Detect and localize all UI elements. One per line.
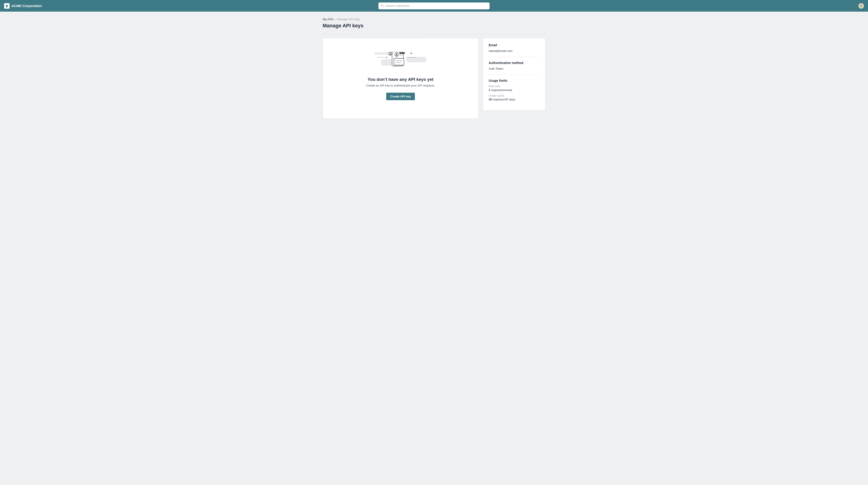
page-title: Manage API keys	[323, 23, 545, 29]
avatar[interactable]: R	[859, 3, 864, 9]
svg-rect-4	[406, 57, 427, 62]
divider	[323, 34, 545, 34]
breadcrumb-parent[interactable]: My APIs	[323, 18, 334, 21]
email-value: name@email.com	[489, 49, 540, 53]
svg-rect-17	[395, 62, 401, 63]
rate-limit-label: Rate limit	[489, 85, 540, 88]
page-container: My APIs › Manage API keys Manage API key…	[323, 11, 545, 128]
email-section: Email name@email.com	[489, 43, 540, 57]
svg-point-18	[411, 53, 412, 54]
search-input[interactable]	[385, 4, 487, 7]
search-container	[378, 2, 490, 9]
empty-state-title: You don’t have any API keys yet	[368, 77, 433, 82]
empty-state-card: You don’t have any API keys yet Create a…	[323, 38, 478, 119]
search-icon	[381, 4, 384, 8]
breadcrumb: My APIs › Manage API keys	[323, 18, 545, 21]
auth-heading: Authentication method	[489, 61, 540, 65]
content-columns: You don’t have any API keys yet Create a…	[323, 38, 545, 119]
svg-rect-16	[395, 60, 403, 61]
auth-section: Authentication method Auth Token	[489, 57, 540, 74]
svg-point-0	[381, 5, 383, 6]
svg-marker-6	[386, 57, 388, 58]
quota-value: 30 requests/30 days	[489, 98, 540, 101]
chevron-right-icon: ›	[335, 18, 336, 21]
auth-value: Auth Token	[489, 67, 540, 70]
svg-line-1	[383, 6, 383, 7]
empty-state-illustration-icon	[374, 52, 427, 70]
svg-point-10	[390, 53, 391, 54]
info-sidebar: Email name@email.com Authentication meth…	[483, 38, 545, 111]
top-bar: ACME Corporation R	[0, 0, 868, 11]
brand-logo-icon	[4, 3, 9, 9]
svg-rect-13	[399, 52, 405, 54]
empty-state-subtitle: Create an API key to authenticate your A…	[366, 84, 435, 87]
quota-label: Usage quota	[489, 94, 540, 97]
search-box[interactable]	[378, 2, 490, 9]
brand[interactable]: ACME Corporation	[4, 3, 42, 9]
svg-rect-14	[399, 54, 403, 55]
email-heading: Email	[489, 43, 540, 47]
usage-heading: Usage limits	[489, 79, 540, 83]
usage-section: Usage limits Rate limit 1 requests/minut…	[489, 74, 540, 105]
svg-point-12	[396, 54, 397, 55]
create-api-key-button[interactable]: Create API key	[386, 93, 415, 100]
breadcrumb-current: Manage API keys	[337, 18, 360, 21]
rate-limit-value: 1 requests/minute	[489, 88, 540, 92]
svg-rect-15	[394, 58, 404, 65]
brand-title: ACME Corporation	[11, 4, 42, 8]
